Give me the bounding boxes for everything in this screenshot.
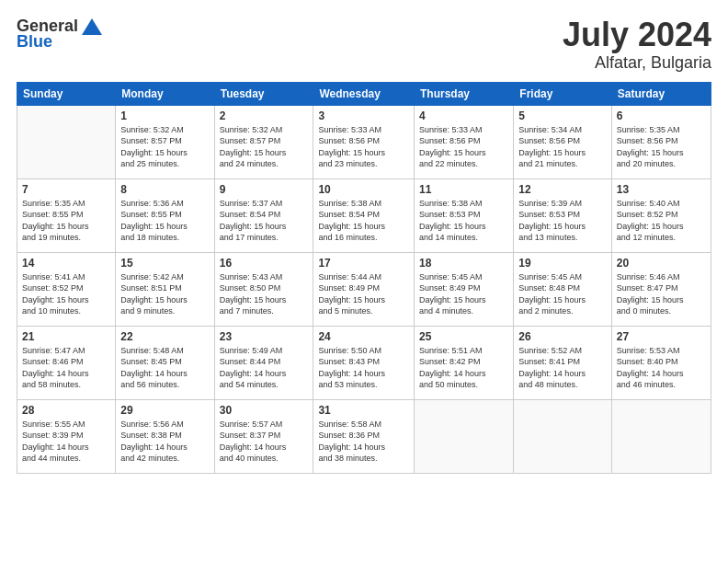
table-row: 13Sunrise: 5:40 AM Sunset: 8:52 PM Dayli… [611, 178, 711, 252]
day-number: 20 [617, 257, 706, 270]
day-info: Sunrise: 5:42 AM Sunset: 8:51 PM Dayligh… [120, 271, 209, 317]
header-wednesday: Wednesday [313, 82, 415, 105]
day-number: 10 [318, 183, 409, 196]
table-row: 22Sunrise: 5:48 AM Sunset: 8:45 PM Dayli… [116, 326, 214, 399]
table-row: 8Sunrise: 5:36 AM Sunset: 8:55 PM Daylig… [116, 178, 214, 252]
day-info: Sunrise: 5:34 AM Sunset: 8:56 PM Dayligh… [518, 124, 607, 170]
table-row: 10Sunrise: 5:38 AM Sunset: 8:54 PM Dayli… [313, 178, 415, 252]
day-number: 19 [518, 257, 607, 270]
day-info: Sunrise: 5:32 AM Sunset: 8:57 PM Dayligh… [120, 124, 209, 170]
table-row: 31Sunrise: 5:58 AM Sunset: 8:36 PM Dayli… [313, 399, 415, 473]
day-info: Sunrise: 5:37 AM Sunset: 8:54 PM Dayligh… [220, 198, 309, 244]
day-number: 26 [518, 330, 607, 343]
header-friday: Friday [514, 82, 612, 105]
day-info: Sunrise: 5:55 AM Sunset: 8:39 PM Dayligh… [22, 419, 110, 465]
day-number: 21 [22, 330, 110, 343]
page: General Blue July 2024 Alfatar, Bulgaria… [0, 0, 728, 563]
day-number: 24 [318, 330, 409, 343]
day-number: 5 [518, 109, 607, 122]
day-info: Sunrise: 5:58 AM Sunset: 8:36 PM Dayligh… [318, 419, 409, 465]
table-row [415, 399, 514, 473]
header-tuesday: Tuesday [214, 82, 313, 105]
calendar-week-5: 28Sunrise: 5:55 AM Sunset: 8:39 PM Dayli… [17, 399, 711, 473]
table-row: 7Sunrise: 5:35 AM Sunset: 8:55 PM Daylig… [17, 178, 116, 252]
table-row: 17Sunrise: 5:44 AM Sunset: 8:49 PM Dayli… [313, 252, 415, 326]
day-info: Sunrise: 5:45 AM Sunset: 8:48 PM Dayligh… [518, 271, 607, 317]
calendar-week-1: 1Sunrise: 5:32 AM Sunset: 8:57 PM Daylig… [17, 105, 711, 178]
table-row: 28Sunrise: 5:55 AM Sunset: 8:39 PM Dayli… [17, 399, 116, 473]
calendar-week-3: 14Sunrise: 5:41 AM Sunset: 8:52 PM Dayli… [17, 252, 711, 326]
day-info: Sunrise: 5:38 AM Sunset: 8:53 PM Dayligh… [419, 198, 508, 244]
day-number: 9 [220, 183, 309, 196]
day-number: 13 [617, 183, 706, 196]
day-number: 27 [617, 330, 706, 343]
day-number: 28 [22, 404, 110, 417]
logo-blue: Blue [17, 32, 52, 52]
table-row: 2Sunrise: 5:32 AM Sunset: 8:57 PM Daylig… [214, 105, 313, 178]
day-number: 15 [120, 257, 209, 270]
day-number: 17 [318, 257, 409, 270]
table-row: 25Sunrise: 5:51 AM Sunset: 8:42 PM Dayli… [415, 326, 514, 399]
day-number: 16 [220, 257, 309, 270]
table-row: 19Sunrise: 5:45 AM Sunset: 8:48 PM Dayli… [514, 252, 612, 326]
day-info: Sunrise: 5:41 AM Sunset: 8:52 PM Dayligh… [22, 271, 110, 317]
day-info: Sunrise: 5:43 AM Sunset: 8:50 PM Dayligh… [220, 271, 309, 317]
table-row: 14Sunrise: 5:41 AM Sunset: 8:52 PM Dayli… [17, 252, 116, 326]
day-number: 2 [220, 109, 309, 122]
day-info: Sunrise: 5:39 AM Sunset: 8:53 PM Dayligh… [518, 198, 607, 244]
month-title: July 2024 [563, 17, 711, 53]
day-info: Sunrise: 5:35 AM Sunset: 8:56 PM Dayligh… [617, 124, 706, 170]
table-row [514, 399, 612, 473]
svg-marker-0 [82, 18, 102, 35]
calendar-week-2: 7Sunrise: 5:35 AM Sunset: 8:55 PM Daylig… [17, 178, 711, 252]
day-number: 14 [22, 257, 110, 270]
table-row: 21Sunrise: 5:47 AM Sunset: 8:46 PM Dayli… [17, 326, 116, 399]
table-row: 30Sunrise: 5:57 AM Sunset: 8:37 PM Dayli… [214, 399, 313, 473]
table-row: 18Sunrise: 5:45 AM Sunset: 8:49 PM Dayli… [415, 252, 514, 326]
day-info: Sunrise: 5:49 AM Sunset: 8:44 PM Dayligh… [220, 345, 309, 391]
calendar-week-4: 21Sunrise: 5:47 AM Sunset: 8:46 PM Dayli… [17, 326, 711, 399]
day-info: Sunrise: 5:50 AM Sunset: 8:43 PM Dayligh… [318, 345, 409, 391]
header-thursday: Thursday [415, 82, 514, 105]
table-row: 6Sunrise: 5:35 AM Sunset: 8:56 PM Daylig… [611, 105, 711, 178]
day-number: 4 [419, 109, 508, 122]
table-row: 4Sunrise: 5:33 AM Sunset: 8:56 PM Daylig… [415, 105, 514, 178]
table-row [17, 105, 116, 178]
table-row: 5Sunrise: 5:34 AM Sunset: 8:56 PM Daylig… [514, 105, 612, 178]
header-saturday: Saturday [611, 82, 711, 105]
table-row: 15Sunrise: 5:42 AM Sunset: 8:51 PM Dayli… [116, 252, 214, 326]
day-number: 7 [22, 183, 110, 196]
day-info: Sunrise: 5:44 AM Sunset: 8:49 PM Dayligh… [318, 271, 409, 317]
day-info: Sunrise: 5:52 AM Sunset: 8:41 PM Dayligh… [518, 345, 607, 391]
table-row: 3Sunrise: 5:33 AM Sunset: 8:56 PM Daylig… [313, 105, 415, 178]
table-row: 9Sunrise: 5:37 AM Sunset: 8:54 PM Daylig… [214, 178, 313, 252]
day-number: 3 [318, 109, 409, 122]
day-info: Sunrise: 5:33 AM Sunset: 8:56 PM Dayligh… [318, 124, 409, 170]
day-number: 6 [617, 109, 706, 122]
day-info: Sunrise: 5:45 AM Sunset: 8:49 PM Dayligh… [419, 271, 508, 317]
header-monday: Monday [116, 82, 214, 105]
table-row: 23Sunrise: 5:49 AM Sunset: 8:44 PM Dayli… [214, 326, 313, 399]
day-number: 30 [220, 404, 309, 417]
day-number: 29 [120, 404, 209, 417]
table-row: 1Sunrise: 5:32 AM Sunset: 8:57 PM Daylig… [116, 105, 214, 178]
day-info: Sunrise: 5:32 AM Sunset: 8:57 PM Dayligh… [220, 124, 309, 170]
table-row: 29Sunrise: 5:56 AM Sunset: 8:38 PM Dayli… [116, 399, 214, 473]
day-info: Sunrise: 5:38 AM Sunset: 8:54 PM Dayligh… [318, 198, 409, 244]
header: General Blue July 2024 Alfatar, Bulgaria [17, 17, 711, 73]
day-info: Sunrise: 5:56 AM Sunset: 8:38 PM Dayligh… [120, 419, 209, 465]
table-row: 24Sunrise: 5:50 AM Sunset: 8:43 PM Dayli… [313, 326, 415, 399]
calendar: Sunday Monday Tuesday Wednesday Thursday… [17, 82, 711, 474]
day-info: Sunrise: 5:53 AM Sunset: 8:40 PM Dayligh… [617, 345, 706, 391]
day-number: 23 [220, 330, 309, 343]
day-number: 11 [419, 183, 508, 196]
day-info: Sunrise: 5:36 AM Sunset: 8:55 PM Dayligh… [120, 198, 209, 244]
logo: General Blue [17, 17, 102, 52]
day-number: 22 [120, 330, 209, 343]
location-title: Alfatar, Bulgaria [563, 53, 711, 73]
table-row: 12Sunrise: 5:39 AM Sunset: 8:53 PM Dayli… [514, 178, 612, 252]
day-info: Sunrise: 5:46 AM Sunset: 8:47 PM Dayligh… [617, 271, 706, 317]
day-number: 31 [318, 404, 409, 417]
day-number: 8 [120, 183, 209, 196]
day-number: 12 [518, 183, 607, 196]
